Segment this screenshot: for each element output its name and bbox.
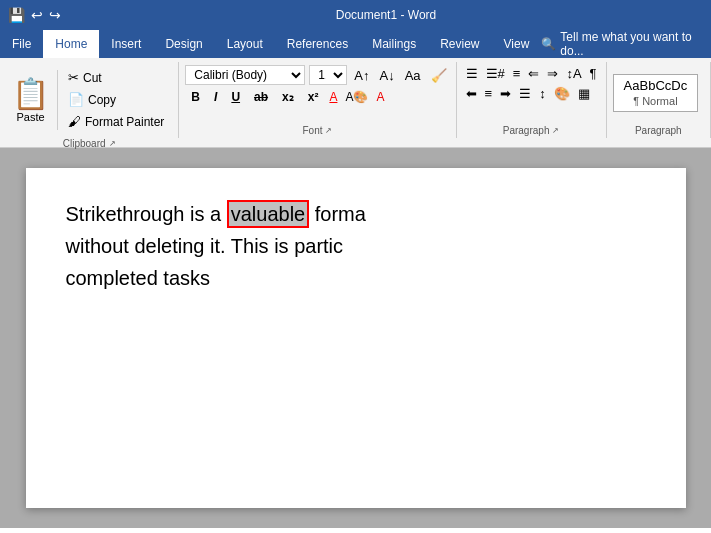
paste-label: Paste: [16, 111, 44, 123]
text-before: Strikethrough is a: [66, 203, 222, 225]
paragraph-group: ☰ ☰# ≡ ⇐ ⇒ ↕A ¶ ⬅ ≡ ➡ ☰ ↕ 🎨 ▦: [457, 62, 607, 138]
menu-review[interactable]: Review: [428, 30, 491, 58]
decrease-font-btn[interactable]: A↓: [377, 67, 398, 84]
menu-bar: File Home Insert Design Layout Reference…: [0, 30, 711, 58]
menu-home[interactable]: Home: [43, 30, 99, 58]
paint-brush-icon: 🖌: [68, 114, 81, 129]
paste-icon: 📋: [12, 76, 49, 111]
font-size-select[interactable]: 11: [309, 65, 347, 85]
format-painter-label: Format Painter: [85, 115, 164, 129]
clear-format-btn[interactable]: 🧹: [428, 67, 450, 84]
cut-button[interactable]: ✂ Cut: [64, 68, 168, 87]
clipboard-expand-icon[interactable]: ↗: [109, 139, 116, 148]
ribbon: 📋 Paste ✂ Cut 📄 Copy 🖌 Format Painter: [0, 58, 711, 148]
clipboard-sub-buttons: ✂ Cut 📄 Copy 🖌 Format Painter: [58, 64, 174, 135]
menu-references[interactable]: References: [275, 30, 360, 58]
menu-layout[interactable]: Layout: [215, 30, 275, 58]
format-painter-button[interactable]: 🖌 Format Painter: [64, 112, 168, 131]
font-color-btn[interactable]: A: [373, 89, 387, 105]
copy-icon: 📄: [68, 92, 84, 107]
text-line2: without deleting it. This is partic: [66, 235, 344, 257]
paste-button[interactable]: 📋 Paste: [4, 70, 58, 130]
borders-btn[interactable]: ▦: [575, 85, 593, 102]
font-group-label: Font ↗: [179, 124, 455, 138]
sort-btn[interactable]: ↕A: [563, 65, 584, 82]
cut-label: Cut: [83, 71, 102, 85]
menu-view[interactable]: View: [492, 30, 542, 58]
paragraph-group-label: Paragraph ↗: [457, 124, 606, 138]
clipboard-group: 📋 Paste ✂ Cut 📄 Copy 🖌 Format Painter: [0, 62, 179, 138]
redo-icon[interactable]: ↪: [49, 7, 61, 23]
highlighted-word: valuable: [227, 200, 310, 228]
document-page: Strikethrough is a valuable forma withou…: [26, 168, 686, 508]
menu-mailings[interactable]: Mailings: [360, 30, 428, 58]
highlight-color-btn[interactable]: A🎨: [342, 89, 371, 105]
superscript-button[interactable]: x²: [302, 88, 325, 106]
text-line3: completed tasks: [66, 267, 211, 289]
style-preview-text: AaBbCcDc: [624, 78, 688, 93]
numbering-btn[interactable]: ☰#: [483, 65, 508, 82]
underline-button[interactable]: U: [225, 88, 246, 106]
change-case-btn[interactable]: Aa: [402, 67, 424, 84]
undo-icon[interactable]: ↩: [31, 7, 43, 23]
increase-font-btn[interactable]: A↑: [351, 67, 372, 84]
italic-button[interactable]: I: [208, 88, 223, 106]
show-marks-btn[interactable]: ¶: [587, 65, 600, 82]
strikethrough-button[interactable]: ab: [248, 88, 274, 106]
styles-group-label: Paragraph: [607, 124, 710, 138]
window-title: Document1 - Word: [69, 8, 703, 22]
copy-button[interactable]: 📄 Copy: [64, 90, 168, 109]
align-center-btn[interactable]: ≡: [482, 85, 496, 102]
font-group: Calibri (Body) 11 A↑ A↓ Aa 🧹 B I U ab x₂: [179, 62, 456, 138]
title-bar-icons: 💾 ↩ ↪: [8, 7, 61, 23]
subscript-button[interactable]: x₂: [276, 88, 300, 106]
scissors-icon: ✂: [68, 70, 79, 85]
line-spacing-btn[interactable]: ↕: [536, 85, 549, 102]
decrease-indent-btn[interactable]: ⇐: [525, 65, 542, 82]
menu-insert[interactable]: Insert: [99, 30, 153, 58]
bold-button[interactable]: B: [185, 88, 206, 106]
text-after-line1: forma: [315, 203, 366, 225]
clipboard-group-label: Clipboard ↗: [0, 137, 178, 151]
save-icon[interactable]: 💾: [8, 7, 25, 23]
multilevel-list-btn[interactable]: ≡: [510, 65, 524, 82]
menu-design[interactable]: Design: [153, 30, 214, 58]
copy-label: Copy: [88, 93, 116, 107]
document-area: Strikethrough is a valuable forma withou…: [0, 148, 711, 528]
font-expand-icon[interactable]: ↗: [325, 126, 332, 135]
increase-indent-btn[interactable]: ⇒: [544, 65, 561, 82]
text-color-btn[interactable]: A: [326, 89, 340, 105]
shading-btn[interactable]: 🎨: [551, 85, 573, 102]
align-right-btn[interactable]: ➡: [497, 85, 514, 102]
styles-group: AaBbCcDc ¶ Normal Paragraph: [607, 62, 711, 138]
menu-file[interactable]: File: [0, 30, 43, 58]
style-normal-label: ¶ Normal: [633, 95, 677, 107]
bullets-btn[interactable]: ☰: [463, 65, 481, 82]
font-family-select[interactable]: Calibri (Body): [185, 65, 305, 85]
justify-btn[interactable]: ☰: [516, 85, 534, 102]
title-bar: 💾 ↩ ↪ Document1 - Word: [0, 0, 711, 30]
document-text[interactable]: Strikethrough is a valuable forma withou…: [66, 198, 646, 294]
align-left-btn[interactable]: ⬅: [463, 85, 480, 102]
paragraph-expand-icon[interactable]: ↗: [552, 126, 559, 135]
style-normal-preview[interactable]: AaBbCcDc ¶ Normal: [613, 74, 699, 112]
tell-me-input[interactable]: 🔍 Tell me what you want to do...: [541, 30, 711, 58]
